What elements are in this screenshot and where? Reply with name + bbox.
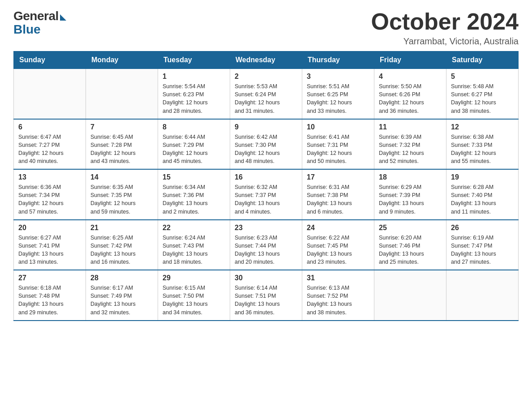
day-info: Sunrise: 6:38 AM Sunset: 7:33 PM Dayligh… (451, 133, 514, 166)
calendar-cell: 9Sunrise: 6:42 AM Sunset: 7:30 PM Daylig… (230, 119, 302, 170)
day-number: 31 (307, 274, 369, 282)
day-info: Sunrise: 5:48 AM Sunset: 6:27 PM Dayligh… (451, 82, 514, 115)
calendar-cell: 24Sunrise: 6:22 AM Sunset: 7:45 PM Dayli… (302, 220, 374, 270)
calendar-cell: 2Sunrise: 5:53 AM Sunset: 6:24 PM Daylig… (230, 69, 302, 119)
calendar-cell: 12Sunrise: 6:38 AM Sunset: 7:33 PM Dayli… (446, 119, 519, 170)
day-number: 30 (235, 274, 297, 282)
calendar-cell: 26Sunrise: 6:19 AM Sunset: 7:47 PM Dayli… (446, 220, 519, 270)
day-info: Sunrise: 6:36 AM Sunset: 7:34 PM Dayligh… (18, 183, 81, 216)
calendar-cell: 18Sunrise: 6:29 AM Sunset: 7:39 PM Dayli… (374, 169, 446, 220)
day-number: 22 (163, 224, 225, 232)
day-number: 18 (379, 173, 442, 181)
calendar-cell: 6Sunrise: 6:47 AM Sunset: 7:27 PM Daylig… (14, 119, 86, 170)
day-number: 17 (307, 173, 369, 181)
day-number: 16 (235, 173, 297, 181)
day-info: Sunrise: 6:45 AM Sunset: 7:28 PM Dayligh… (90, 133, 153, 166)
day-number: 5 (451, 73, 514, 81)
page-header: General Blue October 2024 Yarrambat, Vic… (13, 9, 519, 47)
day-info: Sunrise: 6:22 AM Sunset: 7:45 PM Dayligh… (307, 234, 369, 266)
day-number: 13 (18, 173, 81, 181)
day-info: Sunrise: 5:53 AM Sunset: 6:24 PM Dayligh… (235, 82, 297, 115)
calendar-week-row: 13Sunrise: 6:36 AM Sunset: 7:34 PM Dayli… (14, 169, 519, 220)
day-number: 15 (163, 173, 225, 181)
day-info: Sunrise: 6:29 AM Sunset: 7:39 PM Dayligh… (379, 183, 442, 216)
day-info: Sunrise: 6:15 AM Sunset: 7:50 PM Dayligh… (163, 284, 225, 317)
day-number: 7 (90, 123, 153, 131)
logo-general-text: General (13, 9, 59, 23)
day-info: Sunrise: 6:47 AM Sunset: 7:27 PM Dayligh… (18, 133, 81, 166)
header-cell-tuesday: Tuesday (158, 51, 230, 69)
day-number: 8 (163, 123, 225, 131)
calendar-cell: 13Sunrise: 6:36 AM Sunset: 7:34 PM Dayli… (14, 169, 86, 220)
calendar-cell: 5Sunrise: 5:48 AM Sunset: 6:27 PM Daylig… (446, 69, 519, 119)
day-number: 23 (235, 224, 297, 232)
calendar-cell: 14Sunrise: 6:35 AM Sunset: 7:35 PM Dayli… (86, 169, 158, 220)
header-cell-wednesday: Wednesday (230, 51, 302, 69)
day-info: Sunrise: 6:28 AM Sunset: 7:40 PM Dayligh… (451, 183, 514, 216)
day-number: 9 (235, 123, 297, 131)
day-number: 19 (451, 173, 514, 181)
day-number: 1 (163, 73, 225, 81)
calendar-cell: 20Sunrise: 6:27 AM Sunset: 7:41 PM Dayli… (14, 220, 86, 270)
calendar-cell (14, 69, 86, 119)
day-info: Sunrise: 6:42 AM Sunset: 7:30 PM Dayligh… (235, 133, 297, 166)
day-info: Sunrise: 6:25 AM Sunset: 7:42 PM Dayligh… (90, 234, 153, 266)
header-cell-saturday: Saturday (446, 51, 519, 69)
day-info: Sunrise: 6:14 AM Sunset: 7:51 PM Dayligh… (235, 284, 297, 317)
calendar-cell: 30Sunrise: 6:14 AM Sunset: 7:51 PM Dayli… (230, 270, 302, 321)
calendar-cell: 10Sunrise: 6:41 AM Sunset: 7:31 PM Dayli… (302, 119, 374, 170)
header-cell-sunday: Sunday (14, 51, 86, 69)
day-info: Sunrise: 5:50 AM Sunset: 6:26 PM Dayligh… (379, 82, 442, 115)
day-info: Sunrise: 6:27 AM Sunset: 7:41 PM Dayligh… (18, 234, 81, 266)
calendar-cell: 25Sunrise: 6:20 AM Sunset: 7:46 PM Dayli… (374, 220, 446, 270)
day-number: 14 (90, 173, 153, 181)
day-info: Sunrise: 6:13 AM Sunset: 7:52 PM Dayligh… (307, 284, 369, 317)
calendar-cell (374, 270, 446, 321)
calendar-cell: 27Sunrise: 6:18 AM Sunset: 7:48 PM Dayli… (14, 270, 86, 321)
day-number: 29 (163, 274, 225, 282)
month-year-title: October 2024 (371, 9, 519, 34)
day-info: Sunrise: 6:17 AM Sunset: 7:49 PM Dayligh… (90, 284, 153, 317)
day-info: Sunrise: 6:34 AM Sunset: 7:36 PM Dayligh… (163, 183, 225, 216)
header-cell-thursday: Thursday (302, 51, 374, 69)
day-info: Sunrise: 6:44 AM Sunset: 7:29 PM Dayligh… (163, 133, 225, 166)
calendar-week-row: 20Sunrise: 6:27 AM Sunset: 7:41 PM Dayli… (14, 220, 519, 270)
calendar-cell: 19Sunrise: 6:28 AM Sunset: 7:40 PM Dayli… (446, 169, 519, 220)
calendar-cell: 17Sunrise: 6:31 AM Sunset: 7:38 PM Dayli… (302, 169, 374, 220)
title-section: October 2024 Yarrambat, Victoria, Austra… (371, 9, 519, 47)
calendar-cell: 29Sunrise: 6:15 AM Sunset: 7:50 PM Dayli… (158, 270, 230, 321)
day-number: 25 (379, 224, 442, 232)
day-number: 12 (451, 123, 514, 131)
day-number: 3 (307, 73, 369, 81)
calendar-cell (446, 270, 519, 321)
calendar-cell: 22Sunrise: 6:24 AM Sunset: 7:43 PM Dayli… (158, 220, 230, 270)
day-info: Sunrise: 6:31 AM Sunset: 7:38 PM Dayligh… (307, 183, 369, 216)
header-cell-friday: Friday (374, 51, 446, 69)
day-number: 2 (235, 73, 297, 81)
logo: General Blue (13, 9, 66, 37)
calendar-table: SundayMondayTuesdayWednesdayThursdayFrid… (13, 51, 519, 321)
calendar-cell: 15Sunrise: 6:34 AM Sunset: 7:36 PM Dayli… (158, 169, 230, 220)
calendar-cell: 21Sunrise: 6:25 AM Sunset: 7:42 PM Dayli… (86, 220, 158, 270)
calendar-cell: 8Sunrise: 6:44 AM Sunset: 7:29 PM Daylig… (158, 119, 230, 170)
day-info: Sunrise: 5:54 AM Sunset: 6:23 PM Dayligh… (163, 82, 225, 115)
day-info: Sunrise: 6:39 AM Sunset: 7:32 PM Dayligh… (379, 133, 442, 166)
logo-blue-text: Blue (13, 22, 41, 37)
day-info: Sunrise: 6:41 AM Sunset: 7:31 PM Dayligh… (307, 133, 369, 166)
day-number: 26 (451, 224, 514, 232)
calendar-cell: 3Sunrise: 5:51 AM Sunset: 6:25 PM Daylig… (302, 69, 374, 119)
day-number: 4 (379, 73, 442, 81)
day-number: 24 (307, 224, 369, 232)
calendar-cell (86, 69, 158, 119)
calendar-cell: 28Sunrise: 6:17 AM Sunset: 7:49 PM Dayli… (86, 270, 158, 321)
day-number: 6 (18, 123, 81, 131)
header-cell-monday: Monday (86, 51, 158, 69)
calendar-cell: 31Sunrise: 6:13 AM Sunset: 7:52 PM Dayli… (302, 270, 374, 321)
day-number: 28 (90, 274, 153, 282)
calendar-cell: 7Sunrise: 6:45 AM Sunset: 7:28 PM Daylig… (86, 119, 158, 170)
calendar-header-row: SundayMondayTuesdayWednesdayThursdayFrid… (14, 51, 519, 69)
day-info: Sunrise: 5:51 AM Sunset: 6:25 PM Dayligh… (307, 82, 369, 115)
calendar-week-row: 1Sunrise: 5:54 AM Sunset: 6:23 PM Daylig… (14, 69, 519, 119)
day-number: 21 (90, 224, 153, 232)
calendar-cell: 16Sunrise: 6:32 AM Sunset: 7:37 PM Dayli… (230, 169, 302, 220)
